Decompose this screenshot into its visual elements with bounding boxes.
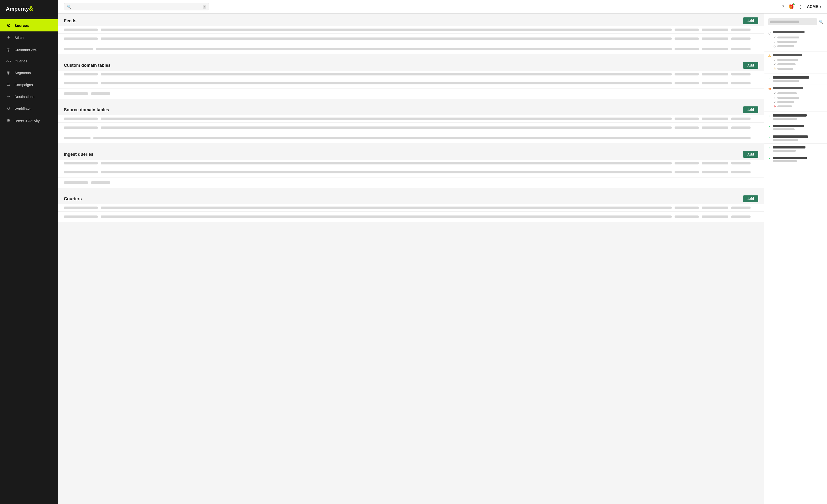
row-cell [731, 48, 750, 50]
rp-title [773, 136, 808, 138]
row-cell [731, 82, 750, 85]
sidebar: Amperity& ⊙ Sources ✦ Stitch ◎ Customer … [0, 0, 58, 504]
search-box[interactable]: 🔍 / [64, 3, 209, 10]
rp-title [773, 54, 802, 56]
search-input[interactable] [73, 5, 201, 9]
sidebar-item-label: Customer 360 [14, 48, 37, 52]
row-more-icon[interactable]: ⋮ [753, 36, 758, 41]
table-row: ⋮ [58, 122, 764, 133]
sidebar-item-sources[interactable]: ⊙ Sources [0, 19, 58, 32]
source-domain-add-button[interactable]: Add [743, 106, 758, 113]
right-panel: 🔍 ◌ ✓ ✓ ◌ [764, 13, 827, 504]
sidebar-item-users[interactable]: ⚙ Users & Activity [0, 115, 58, 127]
table-row [58, 115, 764, 122]
user-menu[interactable]: ACME ▾ [807, 5, 821, 9]
rp-subtitle [773, 80, 799, 82]
ingest-title: Ingest queries [64, 152, 93, 157]
rp-line [777, 68, 793, 70]
rp-title [773, 87, 803, 89]
rp-title [773, 146, 806, 149]
rp-item: ✓ [764, 74, 827, 85]
right-search-icon[interactable]: 🔍 [819, 20, 823, 24]
row-more-icon[interactable]: ⋮ [753, 169, 758, 175]
row-cell [675, 38, 699, 40]
sidebar-item-label: Users & Activity [14, 119, 40, 123]
rp-check-icon: ✓ [768, 114, 771, 118]
rp-line [777, 97, 799, 99]
row-cell [702, 38, 728, 40]
row-cell [675, 127, 699, 129]
rp-check-icon: ✓ [774, 100, 776, 104]
row-cell [64, 127, 98, 129]
sidebar-item-label: Segments [14, 70, 31, 75]
row-cell [731, 207, 750, 209]
row-cell [675, 82, 699, 85]
row-cell [702, 171, 728, 173]
row-cell [702, 48, 728, 50]
more-options-icon[interactable]: ⋮ [798, 4, 802, 9]
rp-check-icon: ✓ [774, 40, 776, 44]
table-row: ⋮ [58, 167, 764, 178]
rp-loading-icon: ◌ [774, 45, 776, 48]
row-cell [101, 29, 672, 31]
custom-domain-add-button[interactable]: Add [743, 62, 758, 69]
couriers-add-button[interactable]: Add [743, 195, 758, 202]
sidebar-item-segments[interactable]: ◉ Segments [0, 66, 58, 79]
row-cell [64, 48, 93, 50]
sidebar-item-workflows[interactable]: ↺ Workflows [0, 103, 58, 115]
sidebar-item-campaigns[interactable]: ⊃ Campaigns [0, 79, 58, 91]
row-more-icon[interactable]: ⋮ [113, 180, 118, 185]
ingest-section: Ingest queries Add [58, 147, 764, 188]
row-cell [64, 38, 98, 40]
rp-title [773, 76, 809, 79]
feeds-add-button[interactable]: Add [743, 17, 758, 24]
rp-item-header: ⊕ [768, 87, 823, 91]
table-row: ⋮ [58, 34, 764, 44]
right-search-bar [770, 20, 799, 23]
table-row: ⋮ [58, 133, 764, 143]
sidebar-item-label: Stitch [14, 36, 24, 40]
queries-icon: </> [6, 59, 11, 63]
row-more-icon[interactable]: ⋮ [753, 81, 758, 86]
row-cell [64, 171, 98, 173]
gift-icon[interactable]: 🎁 [788, 4, 794, 9]
row-cell [675, 162, 699, 164]
rp-item: ✓ [764, 112, 827, 122]
sidebar-item-label: Queries [14, 59, 27, 63]
rp-sub-line: ✓ [774, 58, 823, 62]
sidebar-item-label: Workflows [14, 107, 31, 111]
row-more-icon[interactable]: ⋮ [113, 91, 118, 96]
campaigns-icon: ⊃ [6, 82, 11, 87]
row-cell [101, 82, 672, 85]
rp-title [773, 125, 804, 127]
feeds-table: ⋮ ⋮ [58, 26, 764, 54]
sidebar-item-queries[interactable]: </> Queries [0, 56, 58, 66]
app-logo[interactable]: Amperity& [0, 0, 58, 17]
row-cell [101, 73, 672, 75]
sidebar-item-stitch[interactable]: ✦ Stitch [0, 32, 58, 44]
rp-sub-line: ⊗ [774, 105, 823, 108]
topbar-icons: ? 🎁 ⋮ ACME ▾ [782, 4, 821, 9]
rp-item-content [773, 76, 823, 82]
custom-domain-table: ⋮ ⋮ [58, 70, 764, 99]
rp-subtitle [773, 150, 796, 152]
row-cell [702, 127, 728, 129]
row-cell [731, 29, 750, 31]
rp-warning-icon: ⚠ [768, 54, 771, 57]
sidebar-item-customer360[interactable]: ◎ Customer 360 [0, 44, 58, 56]
ingest-add-button[interactable]: Add [743, 151, 758, 158]
row-more-icon[interactable]: ⋮ [753, 125, 758, 130]
sidebar-item-destinations[interactable]: → Destinations [0, 91, 58, 103]
row-cell [731, 215, 750, 218]
right-search-box[interactable] [768, 18, 817, 25]
feeds-section: Feeds Add [58, 13, 764, 54]
row-cell [731, 162, 750, 164]
row-more-icon[interactable]: ⋮ [753, 46, 758, 52]
table-row: ⋮ [58, 89, 764, 99]
row-more-icon[interactable]: ⋮ [753, 136, 758, 141]
rp-line [777, 101, 794, 103]
couriers-header: Couriers Add [58, 192, 764, 204]
help-icon[interactable]: ? [782, 4, 784, 9]
row-more-icon[interactable]: ⋮ [753, 214, 758, 219]
rp-item: ⊕ ✓ ✓ ✓ [764, 85, 827, 112]
